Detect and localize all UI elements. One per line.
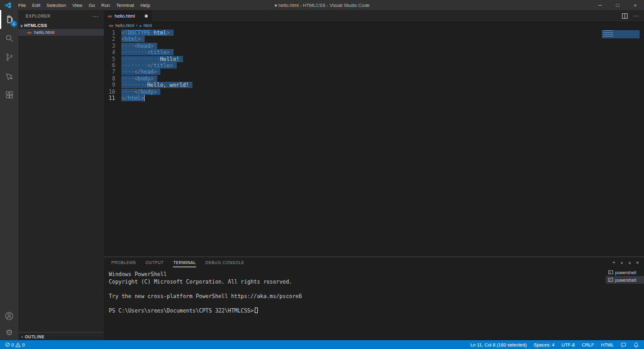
extensions-icon[interactable] bbox=[0, 86, 18, 104]
menu-go[interactable]: Go bbox=[86, 3, 98, 8]
line-number: 2 bbox=[104, 36, 115, 42]
terminal-output[interactable]: Windows PowerShell Copyright (C) Microso… bbox=[104, 267, 606, 340]
menu-file[interactable]: File bbox=[15, 3, 29, 8]
menu-terminal[interactable]: Terminal bbox=[113, 3, 137, 8]
search-icon[interactable] bbox=[0, 29, 18, 48]
feedback-icon[interactable] bbox=[621, 342, 626, 348]
folder-row-htmlcss[interactable]: ∨ HTMLCSS bbox=[18, 22, 104, 29]
terminal-list-item[interactable]: powershell bbox=[606, 269, 644, 276]
status-bar-right: Ln 11, Col 8 (160 selected) Spaces: 4 UT… bbox=[470, 342, 639, 348]
minimize-icon[interactable]: ─ bbox=[591, 0, 609, 10]
errors-warnings[interactable]: 0 0 bbox=[5, 342, 25, 348]
code-editor[interactable]: 1<!DOCTYPE·html> 2<html> 3····<head> 4··… bbox=[104, 30, 644, 257]
error-icon bbox=[5, 342, 10, 347]
account-icon[interactable] bbox=[0, 307, 18, 324]
line-number: 11 bbox=[104, 95, 115, 101]
folder-name: HTMLCSS bbox=[24, 23, 47, 28]
vscode-logo-icon bbox=[4, 2, 11, 9]
breadcrumb-file[interactable]: hello.html bbox=[115, 23, 134, 28]
tab-bar: <> hello.html ··· bbox=[104, 10, 644, 21]
maximize-panel-icon[interactable]: ∧ bbox=[628, 260, 631, 265]
line-number: 8 bbox=[104, 75, 115, 82]
html-file-icon: <> bbox=[27, 30, 31, 35]
split-editor-icon[interactable] bbox=[621, 13, 628, 19]
editor-group: <> hello.html ··· <> hello.html › ● html… bbox=[104, 10, 644, 340]
code-line: 4········<title> bbox=[104, 49, 644, 55]
terminal-line bbox=[109, 285, 606, 293]
chevron-down-icon: ∨ bbox=[20, 23, 23, 28]
tab-debug-console[interactable]: DEBUG CONSOLE bbox=[206, 257, 245, 267]
line-number: 10 bbox=[104, 89, 115, 95]
line-number: 5 bbox=[104, 56, 115, 62]
eol-sequence[interactable]: CRLF bbox=[582, 342, 594, 348]
tab-output[interactable]: OUTPUT bbox=[145, 257, 164, 267]
menu-view[interactable]: View bbox=[69, 3, 86, 8]
terminal-line: Windows PowerShell bbox=[109, 271, 606, 279]
sidebar-header: EXPLORER ··· bbox=[18, 10, 104, 22]
maximize-icon[interactable]: □ bbox=[609, 0, 626, 10]
tab-problems[interactable]: PROBLEMS bbox=[111, 257, 136, 267]
activity-bar: 1 ⚙ bbox=[0, 10, 18, 340]
outline-section[interactable]: › OUTLINE bbox=[18, 332, 104, 340]
terminal-icon bbox=[608, 277, 613, 282]
close-panel-icon[interactable]: × bbox=[636, 260, 639, 265]
explorer-icon[interactable]: 1 bbox=[0, 10, 18, 29]
source-control-icon[interactable] bbox=[0, 48, 18, 67]
notifications-bell-icon[interactable] bbox=[633, 342, 639, 348]
menu-edit[interactable]: Edit bbox=[29, 3, 43, 8]
menu-bar: File Edit Selection View Go Run Terminal… bbox=[15, 3, 153, 8]
indentation[interactable]: Spaces: 4 bbox=[533, 342, 554, 348]
explorer-more-actions-icon[interactable]: ··· bbox=[92, 13, 99, 19]
window-controls: ─ □ × bbox=[591, 0, 644, 10]
terminal-cursor bbox=[255, 307, 258, 313]
tab-terminal[interactable]: TERMINAL bbox=[173, 257, 196, 267]
menu-help[interactable]: Help bbox=[137, 3, 153, 8]
run-debug-icon[interactable] bbox=[0, 67, 18, 86]
modified-dot-icon[interactable] bbox=[145, 14, 148, 18]
menu-selection[interactable]: Selection bbox=[43, 3, 69, 8]
language-mode[interactable]: HTML bbox=[601, 342, 614, 348]
terminal-line: Copyright (C) Microsoft Corporation. All… bbox=[109, 279, 606, 286]
code-line: 3····<head> bbox=[104, 43, 644, 49]
terminal-line: Try the new cross-platform PowerShell ht… bbox=[109, 293, 606, 301]
title-bar: File Edit Selection View Go Run Terminal… bbox=[0, 0, 644, 10]
terminal-line bbox=[109, 300, 606, 307]
panel-header: PROBLEMS OUTPUT TERMINAL DEBUG CONSOLE bbox=[104, 257, 644, 267]
workbench: 1 ⚙ bbox=[0, 10, 644, 340]
breadcrumb: <> hello.html › ● html bbox=[104, 21, 644, 30]
html-file-icon: <> bbox=[108, 14, 112, 18]
code-line: 10····</body> bbox=[104, 89, 644, 95]
breadcrumb-symbol[interactable]: html bbox=[143, 23, 152, 28]
terminal-list: powershell powershell bbox=[606, 267, 644, 340]
tab-hello-html[interactable]: <> hello.html bbox=[104, 10, 152, 21]
settings-gear-icon[interactable]: ⚙ bbox=[0, 324, 18, 340]
line-number: 9 bbox=[104, 82, 115, 88]
encoding[interactable]: UTF-8 bbox=[562, 342, 575, 348]
close-icon[interactable]: × bbox=[626, 0, 644, 10]
breadcrumb-separator: › bbox=[136, 23, 137, 28]
terminal-icon bbox=[608, 270, 613, 275]
menu-run[interactable]: Run bbox=[98, 3, 113, 8]
terminal-list-item-selected[interactable]: powershell bbox=[606, 276, 644, 284]
bottom-panel: PROBLEMS OUTPUT TERMINAL DEBUG CONSOLE +… bbox=[104, 257, 644, 340]
editor-actions: ··· bbox=[621, 10, 644, 21]
warning-icon bbox=[15, 342, 21, 348]
more-actions-icon[interactable]: ··· bbox=[633, 13, 639, 19]
panel-body: Windows PowerShell Copyright (C) Microso… bbox=[104, 267, 644, 340]
code-line: 7····</head> bbox=[104, 69, 644, 75]
outline-label: OUTLINE bbox=[25, 335, 44, 339]
new-terminal-icon[interactable]: + bbox=[613, 260, 616, 265]
line-number: 6 bbox=[104, 62, 115, 69]
line-number: 7 bbox=[104, 69, 115, 75]
sidebar-explorer: EXPLORER ··· ∨ HTMLCSS <> hello.html › O… bbox=[18, 10, 104, 340]
line-number: 3 bbox=[104, 43, 115, 49]
cursor-position[interactable]: Ln 11, Col 8 (160 selected) bbox=[470, 342, 527, 348]
chevron-right-icon: › bbox=[21, 335, 23, 338]
file-row-hello-html[interactable]: <> hello.html bbox=[18, 29, 104, 36]
line-number: 4 bbox=[104, 49, 115, 55]
code-line: 8····<body> bbox=[104, 75, 644, 82]
minimap[interactable] bbox=[602, 30, 640, 105]
file-name: hello.html bbox=[34, 30, 54, 35]
terminal-dropdown-icon[interactable]: ∨ bbox=[621, 260, 623, 265]
terminal-prompt-line[interactable]: PS C:\Users\srees\Documents\CPTS 322\HTM… bbox=[109, 307, 606, 315]
